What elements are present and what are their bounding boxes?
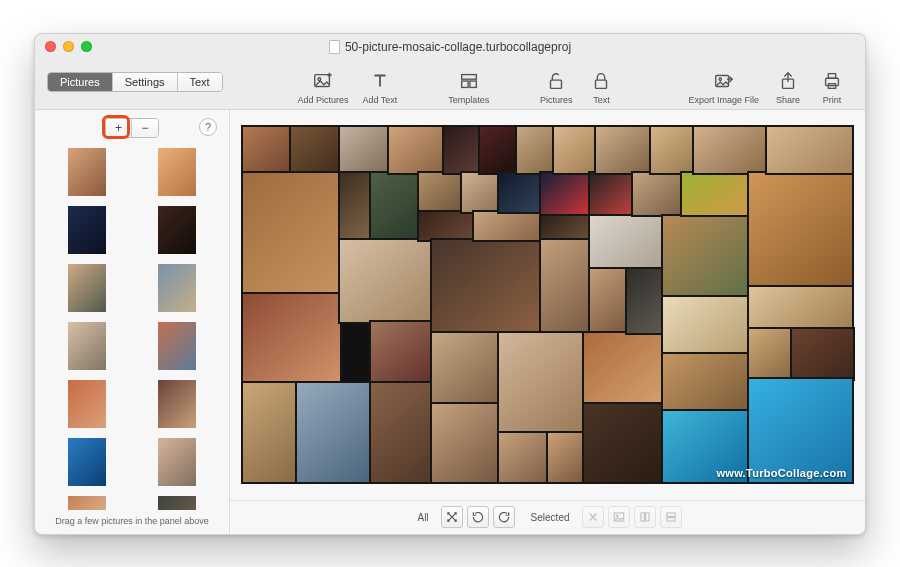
thumbnail[interactable] <box>68 148 106 196</box>
thumbnail[interactable] <box>158 264 196 312</box>
window-title: 50-picture-mosaic-collage.turbocollagepr… <box>35 40 865 54</box>
collage-tile[interactable] <box>340 127 389 173</box>
share-button[interactable]: Share <box>767 61 809 105</box>
collage-tile[interactable] <box>499 433 548 483</box>
thumbnail[interactable] <box>158 148 196 196</box>
refresh-all-button[interactable] <box>493 506 515 528</box>
thumbnail[interactable] <box>68 380 106 428</box>
collage-tile[interactable] <box>651 127 694 173</box>
collage-tile[interactable] <box>767 127 852 173</box>
thumbnail[interactable] <box>68 206 106 254</box>
collage-tile[interactable] <box>444 127 481 173</box>
image-icon <box>612 510 626 524</box>
collage-tile[interactable] <box>548 433 585 483</box>
svg-rect-4 <box>470 81 476 87</box>
collage-canvas[interactable]: www.TurboCollage.com <box>242 126 854 484</box>
help-button[interactable]: ? <box>199 118 217 136</box>
document-icon <box>329 40 340 54</box>
thumbnail[interactable] <box>158 438 196 486</box>
picture-plus-icon <box>312 70 334 92</box>
collage-tile[interactable] <box>371 173 420 241</box>
collage-tile[interactable] <box>371 383 432 483</box>
remove-picture-button[interactable]: − <box>132 119 158 137</box>
collage-tile[interactable] <box>663 354 748 411</box>
print-icon <box>821 70 843 92</box>
canvas-wrap: www.TurboCollage.com <box>230 110 865 500</box>
flip-h-selected-button[interactable] <box>634 506 656 528</box>
collage-tile[interactable] <box>340 240 432 322</box>
collage-tile[interactable] <box>371 322 432 383</box>
collage-tile[interactable] <box>474 212 541 240</box>
canvas-area: www.TurboCollage.com All Selected <box>230 110 865 534</box>
tab-text[interactable]: Text <box>178 73 222 91</box>
collage-tile[interactable] <box>590 173 633 216</box>
add-pictures-button[interactable]: Add Pictures <box>291 61 354 105</box>
collage-tile[interactable] <box>499 173 542 212</box>
collage-tile[interactable] <box>633 173 682 216</box>
collage-tile[interactable] <box>243 173 341 294</box>
collage-tile[interactable] <box>432 240 542 333</box>
thumbnail[interactable] <box>158 496 196 510</box>
lock-text-button[interactable]: Text <box>580 61 622 105</box>
lock-pictures-button[interactable]: Pictures <box>534 61 579 105</box>
collage-tile[interactable] <box>389 127 444 173</box>
collage-tile[interactable] <box>480 127 517 173</box>
collage-tile[interactable] <box>584 333 663 404</box>
collage-tile[interactable] <box>663 216 748 298</box>
collage-tile[interactable] <box>517 127 554 173</box>
collage-tile[interactable] <box>694 127 767 173</box>
thumbnail-list[interactable] <box>35 140 229 510</box>
collage-tile[interactable] <box>340 173 371 241</box>
templates-button[interactable]: Templates <box>442 61 495 105</box>
collage-tile[interactable] <box>590 269 627 333</box>
print-button[interactable]: Print <box>811 61 853 105</box>
collage-tile[interactable] <box>243 383 298 483</box>
collage-tile[interactable] <box>419 212 474 240</box>
rotate-all-button[interactable] <box>467 506 489 528</box>
collage-tile[interactable] <box>663 297 748 354</box>
crop-selected-button[interactable] <box>608 506 630 528</box>
collage-tile[interactable] <box>419 173 462 212</box>
collage-tile[interactable] <box>243 127 292 173</box>
thumbnail[interactable] <box>68 496 106 510</box>
collage-tile[interactable] <box>499 333 584 433</box>
collage-tile[interactable] <box>432 333 499 404</box>
shuffle-all-button[interactable] <box>441 506 463 528</box>
thumbnail[interactable] <box>68 438 106 486</box>
thumbnail[interactable] <box>158 380 196 428</box>
flip-v-selected-button[interactable] <box>660 506 682 528</box>
thumbnail[interactable] <box>68 264 106 312</box>
collage-tile[interactable] <box>462 173 499 212</box>
add-picture-button[interactable]: + <box>106 119 132 137</box>
collage-tile[interactable] <box>554 127 597 173</box>
collage-tile[interactable] <box>590 216 663 269</box>
thumbnail[interactable] <box>68 322 106 370</box>
export-button[interactable]: Export Image File <box>682 61 765 105</box>
collage-tile[interactable] <box>584 404 663 482</box>
svg-rect-10 <box>826 78 839 85</box>
share-label: Share <box>776 95 800 105</box>
collage-tile[interactable] <box>541 216 590 241</box>
tab-pictures[interactable]: Pictures <box>48 73 113 91</box>
collage-tile[interactable] <box>243 294 341 383</box>
collage-tile[interactable] <box>682 173 749 216</box>
tab-settings[interactable]: Settings <box>113 73 178 91</box>
collage-tile[interactable] <box>596 127 651 173</box>
svg-rect-17 <box>666 513 674 517</box>
collage-tile[interactable] <box>792 329 853 379</box>
collage-tile[interactable] <box>541 173 590 216</box>
add-text-button[interactable]: Add Text <box>357 61 404 105</box>
thumbnail[interactable] <box>158 206 196 254</box>
collage-tile[interactable] <box>749 173 853 287</box>
collage-tile[interactable] <box>541 240 590 333</box>
delete-selected-button[interactable] <box>582 506 604 528</box>
collage-tile[interactable] <box>749 329 792 379</box>
thumbnail[interactable] <box>158 322 196 370</box>
x-icon <box>586 510 600 524</box>
collage-tile[interactable] <box>749 287 853 330</box>
rotate-icon <box>471 510 485 524</box>
collage-tile[interactable] <box>291 127 340 173</box>
collage-tile[interactable] <box>297 383 370 483</box>
collage-tile[interactable] <box>432 404 499 482</box>
lock-text-label: Text <box>593 95 610 105</box>
